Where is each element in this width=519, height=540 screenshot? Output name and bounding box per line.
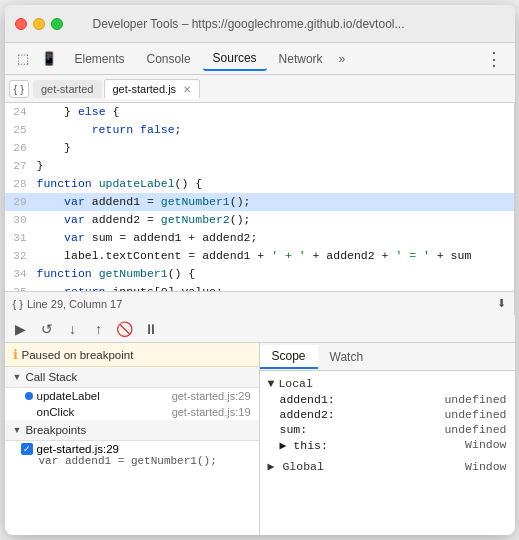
bottom-panel: ▶ ↺ ↓ ↑ 🚫 ⏸ ℹ Paused on breakpoint ▼ Cal… [5,315,515,535]
scope-val: undefined [444,408,506,421]
local-scope-label: Local [278,377,313,390]
global-scope-label: Global [278,460,461,473]
bottom-content: ℹ Paused on breakpoint ▼ Call Stack upda… [5,343,515,535]
deactivate-button[interactable]: 🚫 [115,319,135,339]
file-tabs: { } get-started get-started.js ✕ [5,75,515,103]
scope-key: sum: [280,423,308,436]
scope-item-this: ▶ this: Window [260,437,515,453]
window-title: Developer Tools – https://googlechrome.g… [73,17,425,31]
local-triangle-icon: ▼ [268,377,275,390]
scope-key: addend1: [280,393,335,406]
breakpoints-triangle-icon: ▼ [13,425,22,435]
code-line-31: 31 var sum = addend1 + addend2; [5,229,514,247]
call-stack-item-updatelabel[interactable]: updateLabel get-started.js:29 [5,388,259,404]
code-line-34: 34 function getNumber1() { [5,265,514,283]
call-stack-item-onclick[interactable]: onClick get-started.js:19 [5,404,259,420]
info-icon: ℹ [13,347,18,362]
active-frame-dot [25,392,33,400]
code-content[interactable]: 24 } else { 25 return false; 26 } 27 } [5,103,514,291]
resume-button[interactable]: ▶ [11,319,31,339]
code-line-24: 24 } else { [5,103,514,121]
breakpoint-item-1[interactable]: ✓ get-started.js:29 var addend1 = getNum… [5,441,259,469]
scope-val: undefined [444,423,506,436]
breakpoint-banner: ℹ Paused on breakpoint [5,343,259,367]
code-editor: 24 } else { 25 return false; 26 } 27 } [5,103,515,315]
breakpoint-code: var addend1 = getNumber1(); [21,455,251,467]
call-stack-label: Call Stack [25,371,77,383]
main-area: 24 } else { 25 return false; 26 } 27 } [5,103,515,315]
file-tab-get-started-js[interactable]: get-started.js ✕ [104,79,201,99]
cursor-position: Line 29, Column 17 [27,298,122,310]
editor-status-bar: { } Line 29, Column 17 ⬇ [5,291,514,315]
minimize-button[interactable] [33,18,45,30]
debug-right-panel: Scope Watch ▼ Local addend1: undefined a… [260,343,515,535]
breakpoints-label: Breakpoints [25,424,86,436]
breakpoints-header[interactable]: ▼ Breakpoints [5,420,259,441]
step-out-button[interactable]: ↑ [89,319,109,339]
code-line-30: 30 var addend2 = getNumber2(); [5,211,514,229]
status-braces-icon: { } [13,298,23,310]
global-scope-val: Window [465,460,506,473]
more-tabs[interactable]: » [335,48,350,70]
close-button[interactable] [15,18,27,30]
local-scope-header[interactable]: ▼ Local [260,375,515,392]
file-tab-toggle[interactable]: { } [9,80,29,98]
menu-button[interactable]: ⋮ [481,48,507,70]
breakpoint-location: get-started.js:29 [37,443,119,455]
scope-content: ▼ Local addend1: undefined addend2: unde… [260,371,515,535]
tab-elements[interactable]: Elements [65,48,135,70]
scope-tabs: Scope Watch [260,343,515,371]
debug-toolbar: ▶ ↺ ↓ ↑ 🚫 ⏸ [5,315,515,343]
step-over-button[interactable]: ↺ [37,319,57,339]
code-line-32: 32 label.textContent = addend1 + ' + ' +… [5,247,514,265]
frame-name-2: onClick [25,406,172,418]
traffic-lights [15,18,63,30]
devtools-window: Developer Tools – https://googlechrome.g… [5,5,515,535]
cursor-icon[interactable]: ⬚ [13,49,33,69]
breakpoint-message: Paused on breakpoint [22,349,134,361]
code-line-29: 29 var addend1 = getNumber1(); [5,193,514,211]
close-tab-icon[interactable]: ✕ [183,84,191,95]
tab-scope[interactable]: Scope [260,345,318,369]
debug-left-panel: ℹ Paused on breakpoint ▼ Call Stack upda… [5,343,260,535]
frame-location: get-started.js:29 [172,390,251,402]
code-line-28: 28 function updateLabel() { [5,175,514,193]
breakpoint-checkbox[interactable]: ✓ [21,443,33,455]
frame-location-2: get-started.js:19 [172,406,251,418]
pause-button[interactable]: ⏸ [141,319,161,339]
tab-network[interactable]: Network [269,48,333,70]
frame-name: updateLabel [37,390,172,402]
scope-val: Window [465,438,506,452]
nav-bar: ⬚ 📱 Elements Console Sources Network » ⋮ [5,43,515,75]
tab-console[interactable]: Console [137,48,201,70]
title-bar: Developer Tools – https://googlechrome.g… [5,5,515,43]
tab-sources[interactable]: Sources [203,47,267,71]
scope-item-sum: sum: undefined [260,422,515,437]
code-line-27: 27 } [5,157,514,175]
file-tab-get-started[interactable]: get-started [33,80,102,98]
call-stack-header[interactable]: ▼ Call Stack [5,367,259,388]
code-line-25: 25 return false; [5,121,514,139]
global-scope-header[interactable]: ▶ Global Window [260,457,515,475]
code-line-26: 26 } [5,139,514,157]
scope-val: undefined [444,393,506,406]
maximize-button[interactable] [51,18,63,30]
scope-item-addend1: addend1: undefined [260,392,515,407]
scope-item-addend2: addend2: undefined [260,407,515,422]
callstack-triangle-icon: ▼ [13,372,22,382]
tab-watch[interactable]: Watch [318,346,376,368]
scroll-icon: ⬇ [497,297,506,310]
scope-key: ▶ this: [280,438,328,452]
scope-key: addend2: [280,408,335,421]
global-triangle-icon: ▶ [268,459,275,473]
code-line-35: 35 return inputs[0].value; [5,283,514,291]
device-icon[interactable]: 📱 [39,49,59,69]
step-into-button[interactable]: ↓ [63,319,83,339]
